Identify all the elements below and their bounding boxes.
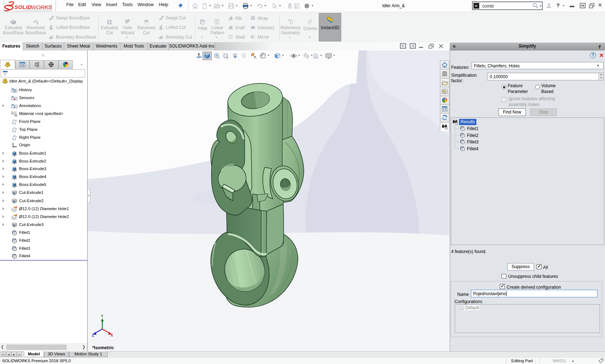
svg-text:WORKS: WORKS — [31, 4, 52, 10]
svg-text:Z: Z — [92, 333, 94, 337]
svg-text:Y: Y — [101, 314, 103, 318]
svg-text:X: X — [111, 333, 113, 337]
svg-text:*Isometric: *Isometric — [92, 345, 114, 350]
svg-text:SOLID: SOLID — [14, 4, 31, 10]
svg-text:A: A — [13, 105, 15, 108]
svg-text:A: A — [254, 56, 257, 59]
